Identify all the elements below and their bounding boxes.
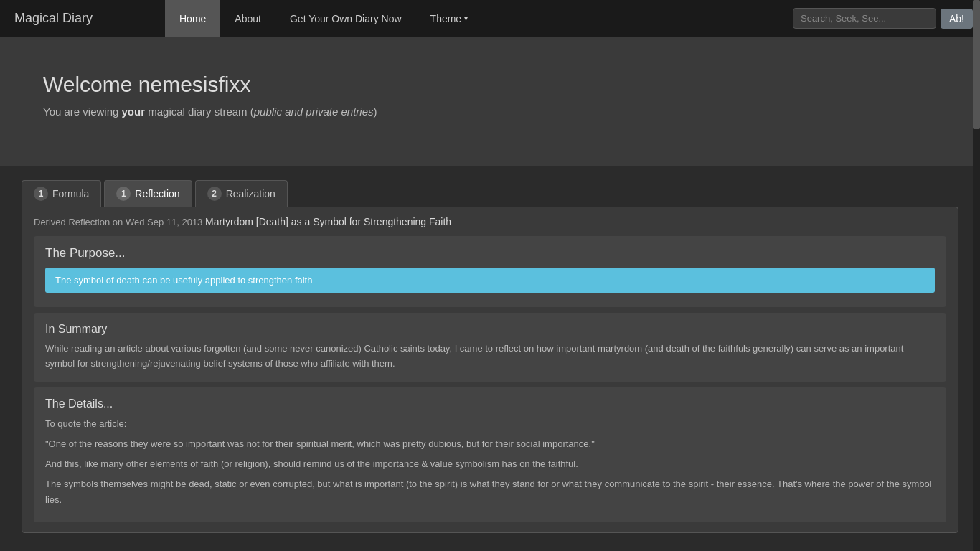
details-title: The Details...	[45, 397, 935, 410]
navbar-brand[interactable]: Magical Diary	[0, 0, 165, 37]
search-input[interactable]	[793, 8, 936, 29]
purpose-title: The Purpose...	[45, 246, 935, 260]
entry-header: Derived Reflection on Wed Sep 11, 2013 M…	[34, 216, 946, 227]
search-button[interactable]: Ab!	[941, 9, 973, 29]
purpose-card: The Purpose... The symbol of death can b…	[34, 236, 946, 307]
purpose-card-header: The Purpose... The symbol of death can b…	[34, 236, 946, 307]
summary-title: In Summary	[45, 323, 935, 336]
navbar: Magical Diary Home About Get Your Own Di…	[0, 0, 980, 37]
nav-item-get-diary[interactable]: Get Your Own Diary Now	[275, 0, 416, 37]
tabs-container: 1 Formula 1 Reflection 2 Realization	[22, 180, 958, 207]
scrollbar-track[interactable]	[973, 0, 980, 551]
entry-header-title: Martyrdom [Death] as a Symbol for Streng…	[205, 216, 451, 227]
tab-realization-badge: 2	[207, 187, 222, 201]
navbar-right: Ab!	[793, 8, 980, 29]
scrollbar-thumb[interactable]	[973, 0, 980, 129]
details-line2: And this, like many other elements of fa…	[45, 456, 935, 472]
details-section: The Details... To quote the article: "On…	[34, 387, 946, 522]
entry-header-prefix: Derived Reflection on Wed Sep 11, 2013	[34, 217, 202, 227]
tab-formula-badge: 1	[34, 187, 48, 201]
tab-realization-label: Realization	[226, 188, 275, 199]
entry-panel: Derived Reflection on Wed Sep 11, 2013 M…	[22, 207, 958, 533]
summary-text: While reading an article about various f…	[45, 342, 935, 372]
details-quote: "One of the reasons they were so importa…	[45, 436, 935, 452]
nav-item-home[interactable]: Home	[165, 0, 220, 37]
tab-reflection[interactable]: 1 Reflection	[104, 180, 192, 207]
details-line3: The symbols themselves might be dead, st…	[45, 476, 935, 508]
hero-section: Welcome nemesisfixx You are viewing your…	[0, 37, 980, 166]
hero-subtitle: You are viewing your magical diary strea…	[43, 105, 937, 118]
details-quote-prefix: To quote the article:	[45, 416, 935, 432]
tab-reflection-label: Reflection	[135, 188, 179, 199]
nav-item-theme[interactable]: Theme ▾	[416, 0, 483, 37]
tab-formula[interactable]: 1 Formula	[22, 180, 101, 207]
main-content: 1 Formula 1 Reflection 2 Realization Der…	[0, 166, 980, 551]
nav-item-about[interactable]: About	[220, 0, 275, 37]
welcome-heading: Welcome nemesisfixx	[43, 72, 937, 97]
tab-formula-label: Formula	[52, 188, 89, 199]
tab-realization[interactable]: 2 Realization	[195, 180, 288, 207]
nav-items: Home About Get Your Own Diary Now Theme …	[165, 0, 482, 37]
summary-section: In Summary While reading an article abou…	[34, 313, 946, 382]
tab-reflection-badge: 1	[116, 187, 131, 201]
chevron-down-icon: ▾	[464, 14, 468, 22]
purpose-highlight: The symbol of death can be usefuly appli…	[45, 268, 935, 293]
